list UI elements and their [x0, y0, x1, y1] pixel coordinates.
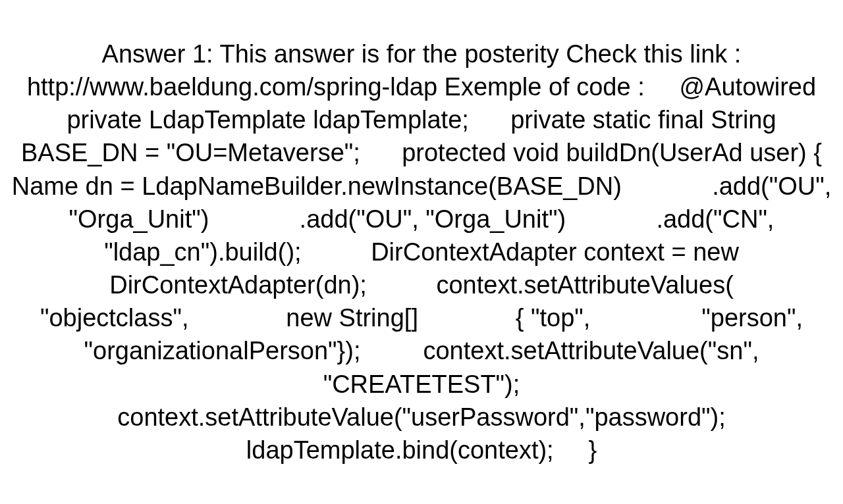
answer-text-block: Answer 1: This answer is for the posteri… — [0, 38, 843, 466]
